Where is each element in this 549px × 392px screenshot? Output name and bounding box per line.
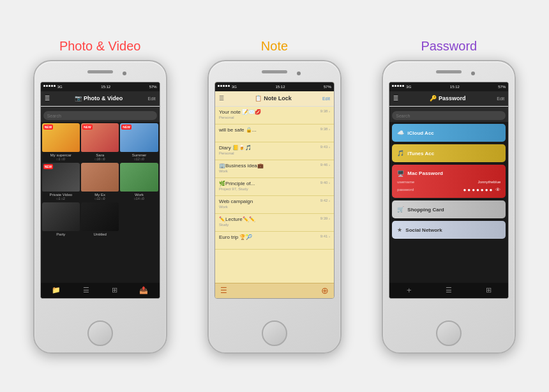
list-item[interactable]: Diary 📒🍺🎵 Personal 9:43 › <box>215 142 334 160</box>
iphone-note: 3G 15:12 57% ☰ 📋 Note Lock Edit <box>207 60 342 354</box>
status-bar-pw: 3G 15:12 57% <box>389 82 508 91</box>
search-input-pw[interactable] <box>392 111 506 120</box>
mac-username-row: username Jonnytheblue <box>397 180 500 184</box>
list-item[interactable]: Your note 📝✉️💋 Personal 9:38 › <box>215 107 334 124</box>
camera-dot-pw <box>471 72 475 75</box>
note-title: will be safe 🔒... <box>219 127 320 133</box>
header-title-photo: 📷 Photo & Video <box>75 95 123 102</box>
screen-photo: 3G 15:12 57% ☰ 📷 Photo & Video Edit <box>40 82 160 299</box>
list-item[interactable]: Work □14 □0 <box>120 163 158 201</box>
note-title: Diary 📒🍺🎵 <box>219 145 320 151</box>
grid-view-icon[interactable]: ⊞ <box>112 286 117 294</box>
note-sub: Project 97, Study <box>219 187 320 191</box>
list-item[interactable]: 🌿Principle of... Project 97, Study 9:40 … <box>215 178 334 196</box>
camera-dot <box>123 72 126 75</box>
note-footer: ☰ ⊕ <box>215 283 334 298</box>
username-label: username <box>397 180 414 184</box>
list-item[interactable]: NEW Private Video □1 □2 <box>42 163 80 201</box>
time-note: 15:12 <box>275 85 285 89</box>
search-bar-pw <box>389 107 508 123</box>
header-title-note: 📋 Note Lock <box>255 95 292 102</box>
list-item[interactable]: Party <box>42 202 80 241</box>
list-item[interactable]: 🛒 Shopping Card <box>392 200 506 218</box>
list-item[interactable]: NEW Summer □12 □0 <box>120 123 158 162</box>
iphone-photo: 3G 15:12 57% ☰ 📷 Photo & Video Edit <box>33 60 167 354</box>
battery-photo: 57% <box>149 85 157 89</box>
note-sub: Personal <box>219 116 320 119</box>
mac-password-card[interactable]: 🖥️ Mac Password username Jonnytheblue pa… <box>392 165 506 198</box>
add-button-pw[interactable]: + <box>407 285 412 295</box>
note-list: Your note 📝✉️💋 Personal 9:38 › will be s… <box>215 107 334 283</box>
list-view-icon[interactable]: ☰ <box>83 286 89 294</box>
social-label: Social Network <box>405 227 442 233</box>
list-item[interactable]: Untitled <box>81 202 119 241</box>
note-sub: Work <box>219 205 320 209</box>
iphone-password: 3G 15:12 57% ☰ 🔑 Password Edit <box>382 60 516 354</box>
mac-icon: 🖥️ <box>397 170 404 177</box>
note-icon: 📋 <box>255 95 262 102</box>
header-note: ☰ 📋 Note Lock Edit <box>215 91 334 107</box>
shopping-icon: 🛒 <box>397 206 404 213</box>
list-item[interactable]: ★ Social Network <box>392 221 506 239</box>
add-note-icon[interactable]: ⊕ <box>321 285 329 296</box>
note-sub: Personal <box>219 151 320 155</box>
title-password: Password <box>379 39 519 54</box>
add-folder-icon[interactable]: 📁 <box>52 286 61 294</box>
import-icon[interactable]: 📤 <box>139 286 148 294</box>
item-label: Untitled <box>81 232 119 236</box>
grid-view-pw[interactable]: ⊞ <box>486 286 492 294</box>
list-item[interactable]: will be safe 🔒... 9:38 › <box>215 124 334 142</box>
section-titles: Photo & Video Note Password <box>13 39 536 54</box>
battery-note: 57% <box>324 85 331 89</box>
list-item[interactable]: Euro trip 🏆🎾 9:41 › <box>215 232 334 250</box>
note-title: 🌿Principle of... <box>219 181 320 186</box>
status-bar-photo: 3G 15:12 57% <box>41 82 160 91</box>
header-title-pw: 🔑 Password <box>430 95 466 102</box>
list-item[interactable]: My Ex □12 □0 <box>81 163 119 201</box>
list-item[interactable]: NEW My supercar □1 □0 <box>42 123 80 162</box>
shopping-label: Shopping Card <box>407 207 444 213</box>
itunes-icon: 🎵 <box>397 150 404 156</box>
note-title: Your note 📝✉️💋 <box>219 109 320 115</box>
screen-password: 3G 15:12 57% ☰ 🔑 Password Edit <box>389 82 509 299</box>
title-note: Note <box>204 39 345 54</box>
edit-button-note[interactable]: Edit <box>322 96 330 101</box>
time-pw: 15:12 <box>450 85 460 89</box>
edit-button-photo[interactable]: Edit <box>148 96 156 101</box>
menu-icon-pw[interactable]: ☰ <box>393 95 398 102</box>
screen-note: 3G 15:12 57% ☰ 📋 Note Lock Edit <box>214 82 335 299</box>
search-input-photo[interactable] <box>43 111 157 120</box>
photo-grid: NEW My supercar □1 □0 NEW Sara □16 □0 NE… <box>41 122 160 242</box>
menu-icon-note[interactable]: ☰ <box>219 95 224 102</box>
notes-list-icon[interactable]: ☰ <box>220 286 227 295</box>
photo-icon: 📷 <box>75 95 82 102</box>
note-title: 🏢Business idea💼 <box>219 163 320 169</box>
toolbar-pw: + ☰ ⊞ <box>389 283 508 298</box>
username-value: Jonnytheblue <box>478 180 501 184</box>
list-item[interactable]: NEW Sara □16 □0 <box>81 123 119 162</box>
phones-container: 3G 15:12 57% ☰ 📷 Photo & Video Edit <box>13 60 536 354</box>
battery-pw: 57% <box>498 85 506 89</box>
note-sub: Study <box>219 223 320 227</box>
status-bar-note: 3G 15:12 57% <box>215 82 334 91</box>
camera-dot-note <box>297 72 301 75</box>
signal-photo: 3G <box>43 85 63 89</box>
mac-password-row: password ●●●●●●● 👁 <box>397 187 500 193</box>
password-list: ☁️ iCloud Acc 🎵 iTunes Acc 🖥️ Mac Passwo… <box>389 122 508 243</box>
show-password-icon[interactable]: 👁 <box>495 187 500 193</box>
menu-icon-photo[interactable]: ☰ <box>45 95 50 102</box>
list-item[interactable]: ✏️Lecture✏️✏️ Study 9:39 › <box>215 214 334 232</box>
icloud-label: iCloud Acc <box>407 130 433 136</box>
password-dots: ●●●●●●● <box>463 187 493 193</box>
list-item[interactable]: 🎵 iTunes Acc <box>392 144 506 162</box>
password-label: password <box>397 188 414 192</box>
list-view-pw[interactable]: ☰ <box>446 286 452 294</box>
itunes-label: iTunes Acc <box>407 151 434 156</box>
list-item[interactable]: Web campaign Work 9:42 › <box>215 196 334 214</box>
edit-button-pw[interactable]: Edit <box>497 96 504 101</box>
signal-note: 3G <box>218 85 237 89</box>
social-icon: ★ <box>397 227 402 233</box>
list-item[interactable]: ☁️ iCloud Acc <box>392 124 506 142</box>
note-title: Euro trip 🏆🎾 <box>219 234 320 240</box>
list-item[interactable]: 🏢Business idea💼 Work 9:46 › <box>215 160 334 178</box>
